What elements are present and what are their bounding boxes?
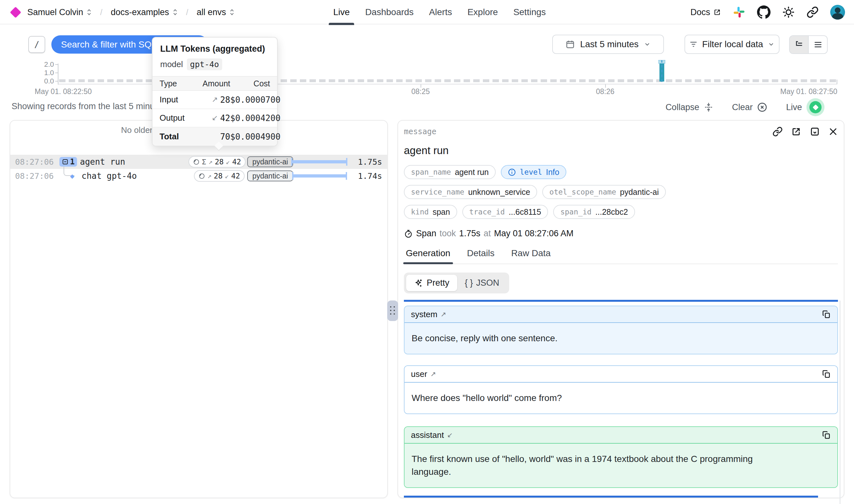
info-icon	[508, 168, 516, 176]
breadcrumb-separator: /	[186, 8, 188, 17]
llm-tokens-tooltip: LLM Tokens (aggregated) model gpt-4o Typ…	[152, 37, 278, 146]
token-coin-icon	[198, 173, 205, 179]
filter-local-data-dropdown[interactable]: Filter local data	[685, 35, 780, 54]
slack-icon	[733, 6, 745, 19]
sparkle-icon	[414, 278, 423, 288]
arrow-down-left-icon: ↙	[226, 158, 230, 166]
attr-kind[interactable]: kind span	[404, 205, 457, 219]
input-tokens: 28	[215, 158, 224, 166]
message-text: Be concise, reply with one sentence.	[412, 332, 830, 345]
tab-details[interactable]: Details	[467, 248, 495, 264]
arrow-down-left-icon: ↙	[447, 431, 453, 439]
nav-tab-explore[interactable]: Explore	[468, 0, 498, 24]
status-actions: Collapse Clear Live	[666, 98, 824, 116]
arrow-down-left-icon: ↙	[212, 114, 218, 122]
record-timestamp: 08:27:06	[15, 169, 54, 183]
environment-selector[interactable]: all envs	[197, 7, 235, 17]
chevron-updown-icon	[229, 9, 235, 16]
breadcrumb: Samuel Colvin / docs-examples / all envs	[10, 0, 235, 24]
detail-tabs: Generation Details Raw Data	[404, 248, 838, 264]
collapse-button[interactable]: Collapse	[666, 103, 713, 112]
nav-right-actions: Docs	[690, 0, 845, 24]
showing-records-text: Showing records from the last 5 minutes	[12, 102, 166, 111]
span-diamond-icon: ◆	[70, 169, 74, 183]
token-coin-icon	[193, 159, 200, 165]
role-label: assistant	[411, 430, 444, 440]
calendar-icon	[565, 39, 575, 49]
time-range-dropdown[interactable]: Last 5 minutes	[552, 35, 664, 54]
x-axis-tick-label: 08:25	[404, 87, 437, 96]
copy-icon[interactable]	[822, 310, 831, 319]
attr-span-id[interactable]: span_id ...28cbc2	[553, 205, 635, 219]
attr-service-name[interactable]: service_name unknown_service	[404, 185, 537, 199]
scrollbar-track[interactable]	[839, 301, 840, 504]
attr-otel-scope-name[interactable]: otel_scope_name pydantic-ai	[542, 185, 666, 199]
github-icon	[757, 5, 770, 19]
user-avatar[interactable]	[830, 5, 845, 20]
output-tokens: 42	[232, 158, 241, 166]
nav-tab-alerts[interactable]: Alerts	[429, 0, 452, 24]
y-axis-line	[58, 64, 58, 85]
tab-raw-data[interactable]: Raw Data	[511, 248, 551, 264]
token-usage-chip[interactable]: ↗ 28 ↙ 42	[194, 170, 244, 182]
logfire-logo-icon[interactable]	[10, 6, 21, 18]
json-mode-button[interactable]: { } JSON	[457, 275, 507, 291]
scope-tag[interactable]: pydantic-ai	[247, 170, 293, 181]
clear-button[interactable]: Clear	[732, 102, 768, 112]
pretty-mode-button[interactable]: Pretty	[406, 275, 457, 291]
docs-link[interactable]: Docs	[690, 7, 721, 17]
attr-span-name[interactable]: span_name agent run	[404, 165, 496, 179]
chevron-down-icon	[768, 41, 775, 48]
close-icon[interactable]	[828, 127, 838, 137]
list-view-toggle[interactable]	[809, 36, 827, 53]
grip-dots-icon	[390, 306, 396, 315]
tree-view-toggle[interactable]	[790, 36, 809, 53]
span-timing: Span took 1.75s at May 01 08:27:06 AM	[404, 229, 838, 238]
token-usage-chip[interactable]: Σ ↗ 28 ↙ 42	[188, 156, 246, 167]
active-tab-underline	[403, 262, 453, 264]
duration-text: 1.75s	[358, 155, 382, 169]
project-name: docs-examples	[111, 7, 169, 17]
org-name: Samuel Colvin	[27, 7, 83, 17]
slack-link[interactable]	[733, 6, 745, 19]
copy-icon[interactable]	[822, 431, 831, 439]
tree-view-icon	[795, 40, 804, 49]
chevron-down-icon	[644, 41, 651, 48]
nav-tab-settings[interactable]: Settings	[513, 0, 546, 24]
sigma-icon: Σ	[202, 158, 206, 166]
collapse-children-badge[interactable]: 1	[59, 157, 77, 167]
clear-circle-x-icon	[757, 102, 767, 112]
arrow-up-right-icon: ↗	[207, 172, 212, 180]
copy-link-icon[interactable]	[773, 126, 783, 137]
chevron-updown-icon	[86, 9, 92, 16]
message-card-system: system ↗ Be concise, reply with one sent…	[404, 306, 838, 355]
attr-trace-id[interactable]: trace_id ...6c8115	[462, 205, 548, 219]
scope-tag[interactable]: pydantic-ai	[247, 156, 293, 167]
arrow-up-right-icon: ↗	[208, 158, 213, 166]
panel-resize-grip[interactable]	[387, 301, 398, 321]
org-selector[interactable]: Samuel Colvin	[27, 7, 92, 17]
github-link[interactable]	[757, 5, 770, 19]
message-text: The first known use of "hello, world" wa…	[412, 453, 781, 478]
project-selector[interactable]: docs-examples	[111, 7, 178, 17]
dock-bottom-icon[interactable]	[810, 126, 820, 137]
nav-tab-dashboards[interactable]: Dashboards	[365, 0, 414, 24]
role-label: system	[411, 309, 437, 319]
message-card-user: user ↗ Where does "hello world" come fro…	[404, 365, 838, 414]
nav-tab-live[interactable]: Live	[333, 0, 350, 24]
open-in-new-icon[interactable]	[791, 126, 801, 137]
y-axis-tick: 1.0	[37, 69, 54, 77]
theme-toggle[interactable]	[782, 6, 795, 19]
trace-row-chat-gpt4o[interactable]: 08:27:06 ◆ chat gpt-4o ↗ 28 ↙ 42 pydanti…	[10, 169, 387, 183]
records-view-toggle	[789, 35, 828, 54]
link-icon	[806, 6, 819, 18]
arrow-down-left-icon: ↙	[225, 172, 229, 180]
braces-icon: { }	[465, 278, 473, 288]
live-diamond-icon	[813, 104, 818, 110]
live-toggle[interactable]: Live	[786, 98, 824, 116]
share-link-button[interactable]	[806, 6, 819, 18]
filter-icon	[689, 40, 698, 49]
copy-icon[interactable]	[822, 370, 831, 378]
attr-level[interactable]: level Info	[501, 165, 566, 179]
tab-generation[interactable]: Generation	[406, 248, 451, 264]
